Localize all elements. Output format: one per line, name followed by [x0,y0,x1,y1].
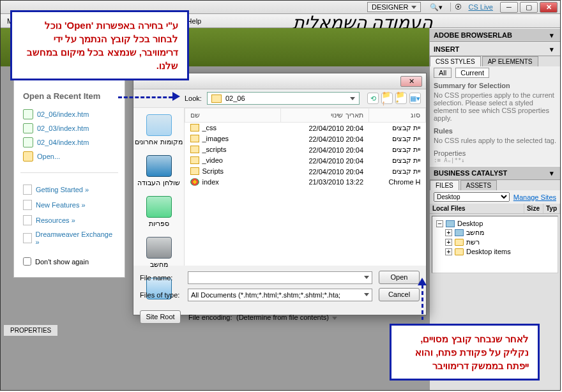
files-of-type-label: Files of type: [140,291,188,299]
doc-icon [23,233,32,243]
file-row[interactable]: _scripts22/04/2010 20:04יית קבצים [185,144,426,155]
maximize-button[interactable]: ▢ [520,2,538,13]
doc-icon [23,109,33,119]
css-styles-tab[interactable]: CSS STYLES [430,56,481,66]
look-label: Look: [185,94,202,102]
encoding-combo[interactable]: (Determine from file contents) [236,313,364,321]
network-icon [455,239,464,246]
open-item[interactable]: Open... [23,149,116,163]
chevron-down-icon [364,293,369,296]
arrow-line [422,285,423,320]
file-name-input[interactable] [188,271,372,284]
new-features-link[interactable]: New Features » [23,197,116,213]
col-name[interactable]: שם [185,109,281,123]
collapse-icon[interactable]: ▾ [547,169,556,177]
place-computer[interactable]: מחשב [146,237,172,269]
doc-icon [23,137,33,147]
views-icon[interactable]: ▦▾ [409,93,421,104]
chevron-down-icon [350,97,355,100]
site-select[interactable]: Desktop [434,192,510,202]
business-catalyst-head[interactable]: BUSINESS CATALYST▾ [430,166,560,180]
getting-started-link[interactable]: Getting Started » [23,182,116,197]
arrow-line [118,96,172,98]
folder-icon [455,248,464,255]
chrome-icon [190,178,199,186]
callout-bottom: לאחר שנבחר קובץ מסויים, נקליק על פקודת פ… [390,324,540,381]
folder-icon [190,167,199,175]
open-button[interactable]: Open [379,271,420,284]
place-desktop[interactable]: שולחן העבודה [137,155,179,187]
file-list[interactable]: שם תאריך שינוי סוג _css22/04/2010 20:04י… [185,108,426,266]
properties-section: Properties :≡ Aᵤ|**↓ [430,147,560,166]
places-bar: מקומות אחרונים שולחן העבודה ספריות מחשב [133,108,185,266]
callout-top: ע"י בחירה באפשרות 'Open' נוכל לבחור בכל … [10,10,189,80]
doc-icon [23,215,32,225]
doc-icon [23,200,32,210]
computer-icon [455,229,464,236]
local-files-header[interactable]: Local Files [430,204,524,213]
properties-tab[interactable]: PROPERTIES [3,324,58,336]
folder-icon [190,124,199,132]
files-tab[interactable]: FILES [430,180,459,190]
resources-link[interactable]: Resources » [23,213,116,228]
file-row[interactable]: index21/03/2010 13:22Chrome H [185,177,426,187]
rules-section: Rules No CSS rules apply to the selected… [430,124,560,147]
all-button[interactable]: All [434,68,452,78]
browserlab-panel-head[interactable]: ADOBE BROWSERLAB▾ [430,28,560,42]
ap-elements-tab[interactable]: AP ELEMENTS [482,56,538,66]
arrow-head-icon [172,92,180,101]
folder-icon [190,156,199,164]
recent-item[interactable]: 02_03/index.htm [23,121,116,135]
minimize-button[interactable]: ─ [500,2,518,13]
filter-combo[interactable]: All Documents (*.htm;*.html;*.shtm;*.sht… [188,289,372,301]
folder-icon [190,146,199,153]
look-in-combo[interactable]: 02_06 [207,92,360,105]
dont-show-label: Don't show again [35,258,89,266]
recent-item[interactable]: 02_06/index.htm [23,107,116,121]
close-button[interactable]: ✕ [540,2,558,13]
new-folder-icon[interactable]: 📁* [395,93,407,104]
collapse-icon[interactable]: ▾ [547,31,556,40]
insert-panel-head[interactable]: INSERT▾ [430,42,560,56]
file-row[interactable]: _video22/04/2010 20:04יית קבצים [185,155,426,166]
file-row[interactable]: _images22/04/2010 20:04יית קבצים [185,133,426,144]
chevron-down-icon [411,6,416,9]
assets-tab[interactable]: ASSETS [460,180,497,190]
cslive-link[interactable]: CS Live [468,3,493,11]
folder-icon [211,94,222,103]
file-row[interactable]: _css22/04/2010 20:04יית קבצים [185,123,426,134]
current-button[interactable]: Current [455,68,489,78]
collapse-icon[interactable]: ▾ [547,45,556,54]
workspace-label: DESIGNER [372,3,408,11]
col-date[interactable]: תאריך שינוי [281,109,369,123]
place-libraries[interactable]: ספריות [146,196,172,228]
back-icon[interactable]: ⟲ [367,93,379,104]
chevron-down-icon [364,276,369,279]
cancel-button[interactable]: Cancel [379,288,420,301]
place-recent[interactable]: מקומות אחרונים [135,114,182,146]
file-tree[interactable]: −Desktop +מחשב +רשת +Desktop items [432,216,558,273]
workspace-switcher[interactable]: DESIGNER [367,2,421,12]
up-icon[interactable]: 📁↑ [381,93,393,104]
size-header[interactable]: Size [524,204,543,213]
file-name-label: File name: [140,274,188,282]
desktop-icon [446,220,455,227]
doc-icon [23,185,32,195]
search-icon[interactable]: 🔍▾ [430,3,443,11]
chevron-down-icon [332,317,337,320]
manage-sites-link[interactable]: Manage Sites [513,193,556,201]
col-type[interactable]: סוג [368,109,425,123]
folder-icon [23,151,33,162]
summary-section: Summary for Selection No CSS properties … [430,79,560,124]
welcome-panel: Open a Recent Item 02_06/index.htm 02_03… [13,79,125,278]
dialog-close-button[interactable]: ✕ [400,76,422,87]
folder-icon [190,135,199,142]
exchange-link[interactable]: Dreamweaver Exchange » [23,228,116,248]
dont-show-checkbox[interactable] [23,257,31,266]
recent-item[interactable]: 02_04/index.htm [23,135,116,149]
file-encoding-label: File encoding: [188,313,236,321]
open-dialog: ✕ Look: 02_06 ⟲ 📁↑ 📁* ▦▾ מקומות אחרונים … [133,73,427,315]
type-header[interactable]: Typ [543,204,560,213]
site-root-button[interactable]: Site Root [140,310,181,324]
file-row[interactable]: Scripts22/04/2010 20:04יית קבצים [185,166,426,177]
